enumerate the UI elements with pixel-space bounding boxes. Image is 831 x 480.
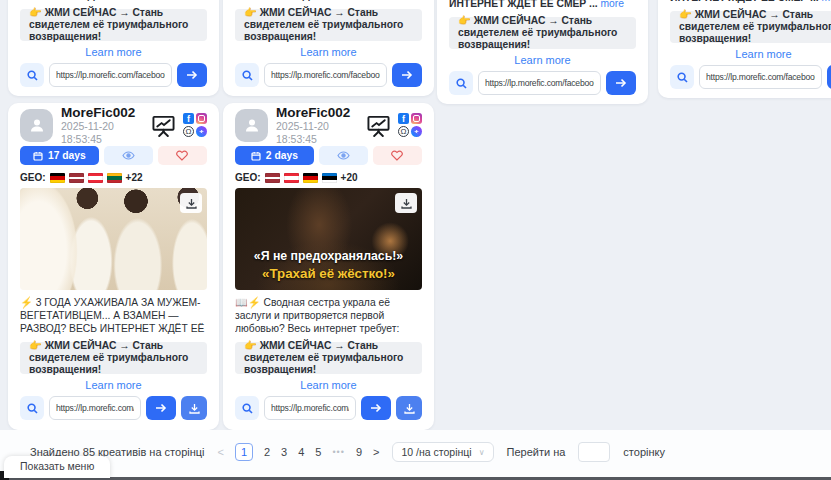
cta-box: 👉 ЖМИ СЕЙЧАС → Стань свидетелем её триум…: [670, 11, 831, 43]
pagination-page-2[interactable]: 2: [264, 446, 270, 458]
search-button[interactable]: [670, 65, 694, 89]
arrow-right-icon: [155, 403, 167, 413]
pagination-bar: Знайдено 85 креативів на сторінці < 1 2 …: [0, 430, 831, 477]
favorite-button[interactable]: [373, 146, 422, 165]
download-creative-button[interactable]: [181, 396, 207, 420]
open-url-button[interactable]: [146, 396, 176, 420]
search-icon: [27, 70, 38, 81]
cta-box: 👉 ЖМИ СЕЙЧАС → Стань свидетелем её триум…: [20, 9, 207, 41]
pagination-page-9[interactable]: 9: [356, 446, 362, 458]
calendar-icon: [33, 151, 43, 161]
download-image-button[interactable]: [395, 193, 417, 213]
body-text: ИНТЕРНЕТ ЖДЁТ ЕЁ СМЕР ...: [20, 0, 169, 1]
body-text: ИНТЕРНЕТ ЖДЁТ ЕЁ СМЕР ...: [449, 0, 598, 9]
learn-more-link[interactable]: Learn more: [20, 374, 207, 396]
landing-url-input[interactable]: [49, 396, 141, 420]
search-button[interactable]: [20, 63, 44, 87]
creative-image: [20, 188, 207, 290]
pagination-page-3[interactable]: 3: [281, 446, 287, 458]
days-active-button[interactable]: 2 days: [235, 146, 314, 165]
more-link[interactable]: more: [172, 0, 195, 1]
pagination-ellipsis[interactable]: •••: [332, 447, 344, 457]
download-icon: [186, 198, 197, 209]
search-button[interactable]: [235, 396, 259, 420]
facebook-icon: [183, 113, 194, 124]
landing-url-input[interactable]: [264, 63, 387, 87]
presentation-chart-icon: [151, 114, 176, 137]
more-link[interactable]: more: [601, 0, 624, 9]
flag-de-icon: [303, 173, 318, 183]
pagination-prev-button[interactable]: <: [218, 446, 224, 458]
days-label: 2 days: [266, 150, 298, 161]
chevron-down-icon: ∨: [479, 448, 485, 457]
landing-url-input[interactable]: [699, 65, 822, 89]
search-icon: [677, 72, 688, 83]
creative-card-partial: ИНТЕРНЕТ ЖДЁТ ЕЁ СМЕР ... more 👉 ЖМИ СЕЙ…: [437, 0, 648, 104]
body-text: ⚡ 3 ГОДА УХАЖИВАЛА ЗА МУЖЕМ-ВЕГЕТАТИВЦЕМ…: [20, 297, 204, 335]
arrow-right-icon: [186, 70, 198, 80]
learn-more-link[interactable]: Learn more: [235, 41, 422, 63]
landing-url-input[interactable]: [264, 396, 356, 420]
days-active-button[interactable]: 17 days: [20, 146, 99, 165]
creative-body-text: ИНТЕРНЕТ ЖДЁТ ЕЁ СМЕР ... more: [20, 0, 207, 3]
open-url-button[interactable]: [606, 71, 636, 95]
creative-card: MoreFic002 2025-11-20 18:53:45 17: [8, 103, 219, 430]
open-url-button[interactable]: [827, 65, 831, 89]
download-icon: [189, 403, 200, 414]
advertiser-name[interactable]: MoreFic002: [61, 105, 143, 120]
favorite-button[interactable]: [158, 146, 207, 165]
url-row: [670, 65, 831, 89]
landing-url-input[interactable]: [49, 63, 172, 87]
heart-icon: [176, 150, 188, 161]
pager: < 1 2 3 4 5 ••• 9 >: [218, 443, 380, 461]
more-link[interactable]: more: [387, 0, 410, 1]
days-label: 17 days: [48, 150, 86, 161]
preview-button[interactable]: [104, 146, 153, 165]
more-link[interactable]: more: [822, 0, 831, 3]
learn-more-link[interactable]: Learn more: [670, 43, 831, 65]
messenger-icon: [411, 126, 422, 137]
search-button[interactable]: [449, 71, 473, 95]
cta-box: 👉 ЖМИ СЕЙЧАС → Стань свидетелем её триум…: [20, 342, 207, 374]
person-icon: [244, 117, 260, 133]
pagination-next-button[interactable]: >: [373, 446, 379, 458]
page-size-select[interactable]: 10 /на сторінці ∨: [392, 442, 493, 462]
creative-body-text: ИНТЕРНЕТ ЖДЁТ ЕЁ СМЕР ... more: [670, 0, 831, 5]
download-image-button[interactable]: [180, 193, 202, 213]
open-url-button[interactable]: [361, 396, 391, 420]
show-menu-button[interactable]: Показать меню: [4, 456, 110, 478]
goto-suffix-label: сторінку: [623, 446, 665, 458]
creative-body-text: ИНТЕРНЕТ ЖДЁТ ЕЁ СМЕР ... more: [449, 0, 636, 11]
open-url-button[interactable]: [177, 63, 207, 87]
arrow-right-icon: [401, 70, 413, 80]
flag-at-icon: [284, 173, 299, 183]
search-button[interactable]: [20, 396, 44, 420]
download-creative-button[interactable]: [396, 396, 422, 420]
creative-date: 2025-11-20 18:53:45: [276, 120, 358, 146]
learn-more-link[interactable]: Learn more: [20, 41, 207, 63]
pagination-page-4[interactable]: 4: [298, 446, 304, 458]
pagination-page-5[interactable]: 5: [315, 446, 321, 458]
goto-page-input[interactable]: [578, 442, 610, 462]
advertiser-name[interactable]: MoreFic002: [276, 105, 358, 120]
search-button[interactable]: [235, 63, 259, 87]
creatives-grid-page: ИНТЕРНЕТ ЖДЁТ ЕЁ СМЕР ... more 👉 ЖМИ СЕЙ…: [0, 0, 831, 480]
overlay-line-2: «Трахай её жёстко!»: [235, 265, 422, 282]
eye-icon: [122, 151, 135, 160]
download-icon: [404, 403, 415, 414]
flag-lv-icon: [69, 173, 84, 183]
learn-more-link[interactable]: Learn more: [235, 374, 422, 396]
creative-image: «Я не предохранялась!» «Трахай её жёстко…: [235, 188, 422, 290]
search-icon: [27, 403, 38, 414]
creative-header: MoreFic002 2025-11-20 18:53:45: [235, 103, 422, 141]
landing-url-input[interactable]: [478, 71, 601, 95]
url-row: [235, 396, 422, 420]
geo-row: GEO: +20: [235, 172, 422, 183]
preview-button[interactable]: [319, 146, 368, 165]
pagination-page-1[interactable]: 1: [235, 443, 253, 461]
flag-de-icon: [50, 173, 65, 183]
open-url-button[interactable]: [392, 63, 422, 87]
learn-more-link[interactable]: Learn more: [449, 49, 636, 71]
avatar: [235, 109, 268, 142]
audience-network-icon: [398, 126, 409, 137]
